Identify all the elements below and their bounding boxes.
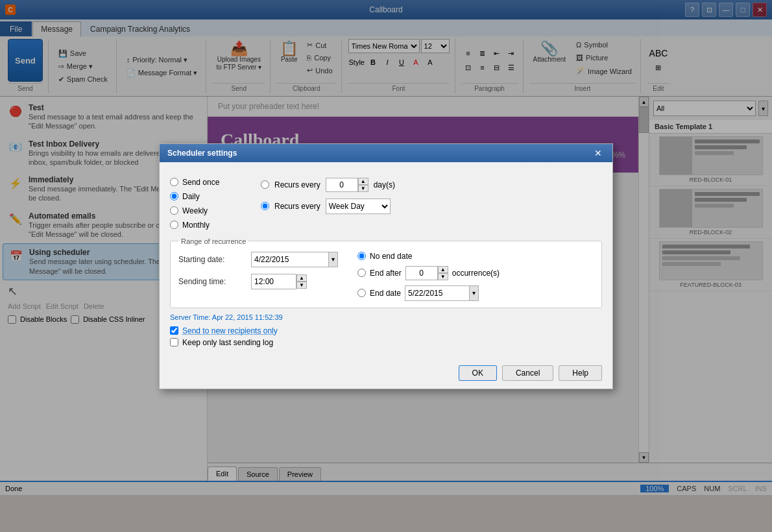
scheduler-dialog: Scheduler settings ✕ Send once Daily bbox=[159, 143, 613, 389]
day-spin-up[interactable]: ▲ bbox=[358, 178, 368, 185]
recurrence-type-group: Send once Daily Weekly Monthly bbox=[170, 178, 248, 230]
recur-day-spinner: ▲ ▼ bbox=[326, 178, 368, 192]
daily-label: Daily bbox=[182, 192, 200, 201]
occ-spin-down[interactable]: ▼ bbox=[438, 273, 448, 280]
day-spin-down[interactable]: ▼ bbox=[358, 185, 368, 192]
keep-log-row: Keep only last sending log bbox=[170, 338, 602, 347]
sending-time-label: Sending time: bbox=[178, 277, 243, 286]
end-after-label: End after bbox=[370, 269, 402, 278]
daily-radio[interactable] bbox=[170, 192, 178, 200]
starting-date-row: Starting date: ▾ bbox=[178, 252, 338, 267]
occ-spin-up[interactable]: ▲ bbox=[438, 266, 448, 273]
end-date-input[interactable] bbox=[405, 285, 470, 301]
recurrence-section: Send once Daily Weekly Monthly bbox=[170, 173, 602, 237]
no-end-date-row: No end date bbox=[357, 252, 500, 261]
end-date-row: End date ▾ bbox=[357, 285, 500, 301]
range-right: No end date End after ▲ ▼ bbox=[357, 252, 500, 301]
send-to-new-label: Send to new recipients only bbox=[182, 326, 278, 335]
dialog-title-bar: Scheduler settings ✕ bbox=[160, 144, 612, 162]
dialog-body: Send once Daily Weekly Monthly bbox=[160, 162, 612, 360]
end-after-input[interactable] bbox=[405, 266, 438, 280]
monthly-label: Monthly bbox=[182, 221, 210, 230]
recurs-every-day-label: Recurs every bbox=[274, 180, 320, 189]
send-to-new-checkbox[interactable] bbox=[170, 326, 178, 335]
range-fieldset: Range of recurrence Starting date: ▾ Se bbox=[170, 237, 602, 308]
recurs-every-week-row: Recurs every Week Day Monday Tuesday Wed… bbox=[261, 199, 395, 214]
weekly-label: Weekly bbox=[182, 206, 208, 215]
dialog-checkboxes: Send to new recipients only Keep only la… bbox=[170, 326, 602, 347]
help-dialog-button[interactable]: Help bbox=[559, 365, 602, 381]
monthly-row: Monthly bbox=[170, 221, 248, 230]
recur-week-radio[interactable] bbox=[261, 202, 269, 210]
end-date-calendar-btn[interactable]: ▾ bbox=[470, 285, 479, 301]
send-once-label: Send once bbox=[182, 178, 219, 187]
sending-time-row: Sending time: ▲ ▼ bbox=[178, 274, 338, 289]
time-spin-buttons: ▲ ▼ bbox=[296, 274, 307, 289]
time-spin-down[interactable]: ▼ bbox=[296, 282, 307, 289]
range-legend: Range of recurrence bbox=[178, 237, 248, 245]
end-date-label: End date bbox=[370, 289, 401, 298]
recur-day-radio[interactable] bbox=[261, 180, 269, 189]
occ-spin-buttons: ▲ ▼ bbox=[438, 266, 448, 280]
end-after-spinner: ▲ ▼ bbox=[405, 266, 448, 280]
day-unit-label: day(s) bbox=[374, 180, 395, 189]
dialog-footer: OK Cancel Help bbox=[160, 360, 612, 389]
day-spin-buttons: ▲ ▼ bbox=[358, 178, 368, 192]
range-left: Starting date: ▾ Sending time: bbox=[178, 252, 338, 301]
send-once-radio[interactable] bbox=[170, 178, 178, 186]
end-date-combo: ▾ bbox=[405, 285, 479, 301]
recurs-every-week-label: Recurs every bbox=[274, 202, 320, 211]
cancel-button[interactable]: Cancel bbox=[502, 365, 553, 381]
sending-time-input[interactable] bbox=[251, 274, 296, 289]
end-date-radio[interactable] bbox=[357, 289, 366, 297]
keep-log-label: Keep only last sending log bbox=[182, 338, 273, 347]
ok-button[interactable]: OK bbox=[459, 365, 497, 381]
starting-date-combo: ▾ bbox=[251, 252, 338, 267]
recurs-every-day-row: Recurs every ▲ ▼ day(s) bbox=[261, 178, 395, 192]
occurrences-label: occurrence(s) bbox=[452, 269, 500, 278]
weekday-select[interactable]: Week Day Monday Tuesday Wednesday Thursd… bbox=[326, 199, 391, 214]
sending-time-combo: ▲ ▼ bbox=[251, 274, 307, 289]
dialog-overlay: Scheduler settings ✕ Send once Daily bbox=[0, 0, 772, 532]
keep-log-checkbox[interactable] bbox=[170, 338, 178, 346]
end-after-radio[interactable] bbox=[357, 269, 366, 277]
weekly-row: Weekly bbox=[170, 206, 248, 215]
starting-date-calendar-btn[interactable]: ▾ bbox=[329, 252, 338, 267]
recurrence-details: Recurs every ▲ ▼ day(s) Rec bbox=[261, 178, 395, 230]
send-once-row: Send once bbox=[170, 178, 248, 187]
starting-date-input[interactable] bbox=[251, 252, 329, 267]
weekly-radio[interactable] bbox=[170, 206, 178, 215]
range-content: Starting date: ▾ Sending time: bbox=[178, 252, 594, 301]
server-time: Server Time: Apr 22, 2015 11:52:39 bbox=[170, 313, 602, 321]
dialog-title-text: Scheduler settings bbox=[167, 149, 237, 158]
end-after-row: End after ▲ ▼ occurrence(s) bbox=[357, 266, 500, 280]
monthly-radio[interactable] bbox=[170, 221, 178, 229]
daily-row: Daily bbox=[170, 192, 248, 201]
no-end-date-label: No end date bbox=[370, 252, 412, 261]
send-to-new-row: Send to new recipients only bbox=[170, 326, 602, 335]
time-spin-up[interactable]: ▲ bbox=[296, 274, 307, 282]
dialog-close-button[interactable]: ✕ bbox=[592, 148, 605, 158]
no-end-date-radio[interactable] bbox=[357, 252, 366, 260]
recur-day-input[interactable] bbox=[326, 178, 358, 192]
starting-date-label: Starting date: bbox=[178, 255, 243, 264]
